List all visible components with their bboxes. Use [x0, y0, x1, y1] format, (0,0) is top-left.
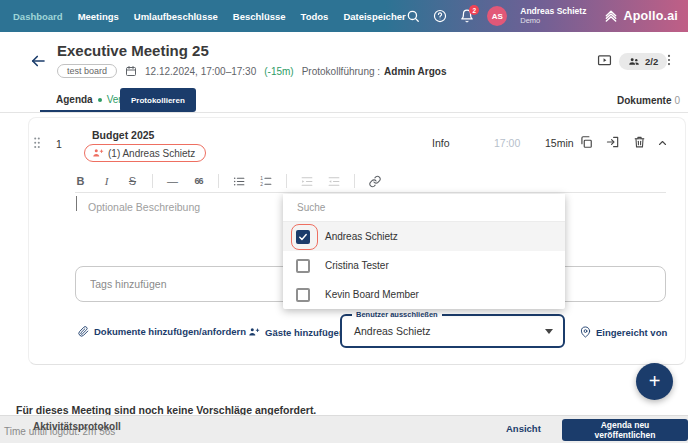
numbered-list-icon[interactable]: 12 [259, 175, 273, 188]
apollo-logo-icon [603, 8, 619, 24]
add-documents-link[interactable]: Dokumente hinzufügen/anfordern [78, 326, 246, 337]
published-dot-icon [98, 98, 102, 102]
top-navigation-bar: Dashboard Meetings Umlaufbeschlüsse Besc… [0, 0, 688, 32]
nav-item-meetings[interactable]: Meetings [78, 11, 119, 22]
text-caret [76, 196, 77, 211]
app-window: Dashboard Meetings Umlaufbeschlüsse Besc… [0, 0, 688, 443]
dropdown-search-input[interactable] [283, 194, 565, 222]
chevron-down-icon [545, 329, 553, 334]
nav-item-dateispeicher[interactable]: Dateispeicher [343, 11, 405, 22]
bold-icon[interactable]: B [74, 175, 87, 187]
location-pin-icon [580, 326, 591, 338]
page-title: Executive Meeting 25 [57, 42, 209, 59]
toolbar-separator [152, 174, 153, 188]
add-agenda-item-fab[interactable]: + [636, 363, 673, 400]
exclude-user-value: Andreas Schietz [354, 325, 430, 337]
exclude-user-select[interactable]: Benutzer ausschließen Andreas Schietz [340, 314, 565, 348]
checkbox-unchecked-icon[interactable] [296, 288, 310, 302]
toolbar-separator [354, 174, 355, 188]
meeting-meta: test board 12.12.2024, 17:00–17:30 (-15m… [57, 64, 447, 78]
protocol-label: Protokollführung : [302, 66, 380, 77]
notification-count-badge: 2 [469, 5, 479, 15]
svg-text:1: 1 [260, 175, 263, 180]
more-options-icon[interactable] [662, 51, 676, 69]
bullet-list-icon[interactable] [232, 175, 246, 188]
protokollieren-button[interactable]: Protokollieren [120, 88, 196, 112]
brand-name: Apollo.ai [623, 9, 678, 23]
view-button[interactable]: Ansicht [506, 423, 541, 434]
dropdown-option-andreas[interactable]: Andreas Schietz [283, 222, 565, 251]
agenda-item-title[interactable]: Budget 2025 [92, 129, 154, 141]
help-icon[interactable] [433, 9, 447, 23]
duration[interactable]: 15min [545, 137, 574, 149]
move-item-icon[interactable] [606, 135, 620, 149]
meeting-date: 12.12.2024, 17:00–17:30 [145, 66, 256, 77]
attendance-count: 2/2 [645, 56, 658, 67]
toolbar-separator [218, 174, 219, 188]
person-add-icon [92, 147, 104, 159]
option-label: Kevin Board Member [325, 289, 419, 300]
svg-text:2: 2 [260, 182, 263, 187]
option-label: Cristina Tester [325, 260, 389, 271]
nav-item-umlaufbeschluesse[interactable]: Umlaufbeschlüsse [134, 11, 218, 22]
nav-menu: Dashboard Meetings Umlaufbeschlüsse Besc… [0, 11, 406, 22]
strikethrough-icon[interactable]: S [126, 175, 139, 187]
back-button[interactable] [29, 52, 47, 70]
collapse-chevron-up-icon[interactable] [656, 137, 669, 149]
assignee-chip-annotated[interactable]: (1) Andreas Schietz [84, 144, 206, 162]
republish-agenda-button[interactable]: Agenda neu veröffentlichen [562, 419, 688, 441]
description-placeholder[interactable]: Optionale Beschreibung [88, 201, 200, 213]
meeting-time-delta: (-15m) [264, 66, 293, 77]
tabs-divider [0, 112, 688, 113]
nav-item-beschluesse[interactable]: Beschlüsse [233, 11, 286, 22]
toolbar-separator [286, 174, 287, 188]
search-icon[interactable] [406, 9, 420, 23]
dropdown-option-cristina[interactable]: Cristina Tester [283, 251, 565, 280]
user-avatar[interactable]: AS [487, 6, 507, 26]
attendance-chip[interactable]: 2/2 [619, 53, 667, 70]
dropdown-option-kevin[interactable]: Kevin Board Member [283, 280, 565, 309]
richtext-toolbar: B I S — 66 12 [74, 174, 382, 188]
brand: Apollo.ai [603, 8, 678, 24]
exclude-user-label: Benutzer ausschließen [352, 310, 442, 319]
indent-decrease-icon[interactable] [327, 175, 341, 188]
agenda-item-number: 1 [56, 138, 62, 150]
attendees-icon [628, 56, 640, 67]
blockquote-icon[interactable]: 66 [192, 176, 205, 186]
annotation-ring [291, 224, 318, 250]
start-time[interactable]: 17:00 [494, 137, 520, 149]
info-label[interactable]: Info [432, 137, 450, 149]
link-icon[interactable] [368, 175, 382, 188]
notifications-bell-icon[interactable]: 2 [460, 9, 474, 23]
presentation-mode-icon[interactable] [596, 53, 613, 68]
add-guests-label: Gäste hinzufügen [265, 327, 345, 338]
add-guests-link[interactable]: Gäste hinzufügen [248, 326, 345, 338]
documents-count: 0 [674, 95, 680, 106]
user-role: Demo [520, 17, 586, 26]
nav-item-todos[interactable]: Todos [301, 11, 329, 22]
submitted-by-label: Eingereicht von [596, 327, 667, 338]
horizontal-rule-icon[interactable]: — [166, 175, 179, 187]
tab-agenda-label: Agenda [56, 94, 93, 105]
user-select-dropdown: Andreas Schietz Cristina Tester Kevin Bo… [283, 194, 565, 309]
activity-log-link[interactable]: Aktivitätsprotokoll [33, 421, 121, 432]
documents-counter[interactable]: Dokumente0 [617, 95, 680, 106]
attachment-icon [78, 326, 89, 337]
drag-handle-icon[interactable] [31, 135, 43, 153]
calendar-icon [125, 65, 137, 77]
protocol-value: Admin Argos [384, 66, 446, 77]
nav-item-dashboard[interactable]: Dashboard [13, 11, 63, 22]
user-info[interactable]: Andreas Schietz Demo [520, 7, 586, 25]
guest-add-icon [248, 326, 260, 338]
assignee-name: (1) Andreas Schietz [108, 148, 195, 159]
option-label: Andreas Schietz [325, 231, 398, 242]
indent-increase-icon[interactable] [300, 175, 314, 188]
add-documents-label: Dokumente hinzufügen/anfordern [94, 326, 246, 337]
board-chip[interactable]: test board [57, 64, 117, 78]
documents-label: Dokumente [617, 95, 671, 106]
delete-icon[interactable] [633, 135, 646, 149]
copy-icon[interactable] [579, 135, 593, 149]
submitted-by-control[interactable]: Eingereicht von [580, 326, 667, 338]
checkbox-unchecked-icon[interactable] [296, 259, 310, 273]
italic-icon[interactable]: I [100, 175, 113, 187]
